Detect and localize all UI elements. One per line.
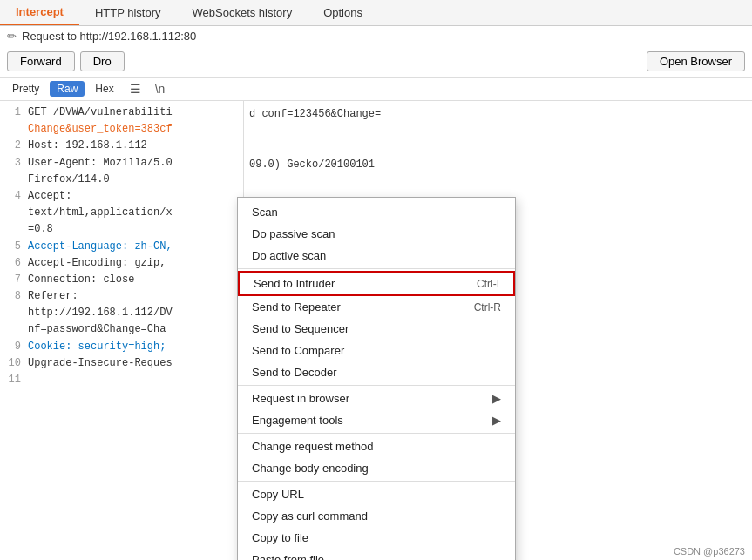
hex-button[interactable]: Hex [88,81,120,97]
line-4: 4 Accept: [0,188,243,205]
wrap-icon[interactable]: ☰ [125,80,146,98]
arrow-icon-engagement: ▶ [492,414,501,427]
menu-scan[interactable]: Scan [238,201,515,223]
menu-paste-from-file[interactable]: Paste from file [238,549,515,560]
line-11: 11 [0,372,243,388]
line-4c: =0.8 [0,221,243,238]
request-url-bar: ✏ Request to http://192.168.1.112:80 [0,26,752,46]
main-window: Intercept HTTP history WebSockets histor… [0,0,752,560]
raw-button[interactable]: Raw [50,81,85,97]
menu-send-comparer[interactable]: Send to Comparer [238,340,515,361]
menu-copy-url[interactable]: Copy URL [238,483,515,505]
menu-change-request-method[interactable]: Change request method [238,435,515,457]
line-8: 8 Referer: [0,288,243,305]
line-4b: text/html,application/x [0,205,243,221]
tab-bar: Intercept HTTP history WebSockets histor… [0,0,752,26]
menu-copy-to-file[interactable]: Copy to file [238,527,515,549]
newline-icon[interactable]: \n [150,80,171,98]
pencil-icon: ✏ [7,30,17,43]
line-3b: Firefox/114.0 [0,172,243,188]
line-1b: Change&user_token=383cf [0,121,243,138]
line-7: 7 Connection: close [0,272,243,288]
request-panel: 1 GET /DVWA/vulnerabiliti Change&user_to… [0,101,244,560]
line-8c: nf=password&Change=Cha [0,321,243,338]
tab-options[interactable]: Options [308,0,378,25]
menu-send-sequencer[interactable]: Send to Sequencer [238,318,515,340]
menu-change-body-encoding[interactable]: Change body encoding [238,457,515,479]
divider-4 [238,481,515,482]
line-2: 2 Host: 192.168.1.112 [0,138,243,154]
line-8b: http://192.168.1.112/DV [0,305,243,321]
pretty-button[interactable]: Pretty [5,81,46,97]
menu-engagement-tools[interactable]: Engagement tools ▶ [238,409,515,431]
menu-send-repeater[interactable]: Send to Repeater Ctrl-R [238,296,515,318]
divider-1 [238,268,515,269]
line-6: 6 Accept-Encoding: gzip, [0,255,243,272]
toolbar: Forward Dro Open Browser [0,46,752,78]
menu-send-decoder[interactable]: Send to Decoder [238,361,515,383]
tab-http-history[interactable]: HTTP history [79,0,177,25]
tab-intercept[interactable]: Intercept [0,0,79,25]
context-menu: Scan Do passive scan Do active scan Send… [237,197,516,560]
line-3: 3 User-Agent: Mozilla/5.0 [0,155,243,172]
divider-3 [238,433,515,434]
divider-2 [238,385,515,386]
line-10: 10 Upgrade-Insecure-Reques [0,355,243,372]
request-url-text: Request to http://192.168.1.112:80 [22,30,196,43]
watermark: CSDN @p36273 [674,546,745,557]
line-1: 1 GET /DVWA/vulnerabiliti [0,105,243,121]
content-area: 1 GET /DVWA/vulnerabiliti Change&user_to… [0,101,752,560]
tab-websockets-history[interactable]: WebSockets history [177,0,308,25]
menu-active-scan[interactable]: Do active scan [238,245,515,267]
menu-request-in-browser[interactable]: Request in browser ▶ [238,388,515,409]
menu-passive-scan[interactable]: Do passive scan [238,223,515,245]
drop-button[interactable]: Dro [80,51,125,71]
line-5: 5 Accept-Language: zh-CN, [0,239,243,255]
menu-send-intruder[interactable]: Send to Intruder Ctrl-I [238,271,515,296]
forward-button[interactable]: Forward [7,51,75,71]
format-bar: Pretty Raw Hex ☰ \n [0,78,752,101]
open-browser-button[interactable]: Open Browser [647,51,745,71]
menu-copy-curl[interactable]: Copy as curl command [238,505,515,527]
arrow-icon-browser: ▶ [492,392,501,405]
line-9: 9 Cookie: security=high; [0,339,243,355]
